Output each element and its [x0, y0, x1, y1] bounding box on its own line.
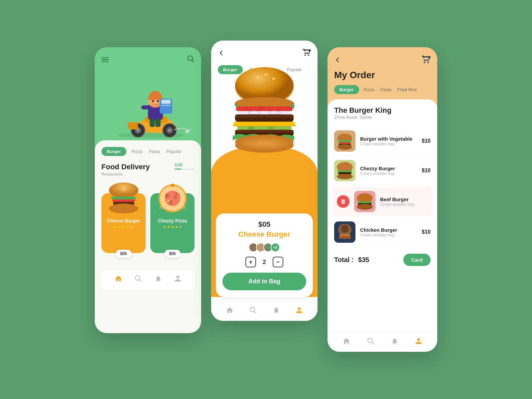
quantity-plus-button[interactable]: +: [245, 257, 256, 267]
cart-button[interactable]: [303, 49, 311, 59]
svg-rect-80: [337, 171, 352, 172]
item-name: Cheese Burger: [222, 230, 306, 239]
search-button[interactable]: [187, 55, 195, 64]
svg-point-65: [268, 127, 274, 129]
s2-nav-search-icon[interactable]: [249, 307, 257, 316]
s1-hero-area: [95, 47, 201, 140]
food-card-stars-pizza: ★★★★★: [150, 225, 195, 229]
food-card-burger[interactable]: Cheese Burger ★★★★★ $05: [101, 193, 146, 253]
s3-order-content: The Burger King Zinda Bazar, Sylhet Burg…: [328, 99, 437, 332]
s2-nav-home-icon[interactable]: [226, 306, 234, 316]
s2-bottom-nav: [211, 302, 318, 321]
tab-pizza[interactable]: Pizza: [130, 147, 144, 156]
restaurant-name: The Burger King: [334, 106, 431, 115]
tab-pasta[interactable]: Pasta: [147, 147, 161, 156]
category-tabs: Burger Pizza Pasta Popular: [101, 147, 195, 156]
order-item-2-price: $10: [422, 168, 431, 174]
tab-burger[interactable]: Burger: [101, 147, 126, 156]
s3-bottom-nav: [328, 332, 437, 352]
order-item-4-name: Chicken Burger: [360, 227, 417, 233]
s1-nav-bar: [101, 55, 195, 64]
svg-rect-12: [128, 122, 138, 129]
order-item-4-info: Chicken Burger Crown wooden tray: [360, 227, 417, 237]
svg-point-57: [277, 107, 281, 111]
nav-search-icon[interactable]: [135, 275, 142, 284]
pizza-image: [153, 182, 193, 215]
order-item-2-info: Chezzy Burger Crown wooden tray: [360, 166, 417, 176]
s2-nav-bell-icon[interactable]: [273, 307, 280, 316]
order-item-2-image: [334, 160, 355, 181]
s3-back-button[interactable]: [334, 57, 341, 65]
order-item-3-name: Beef Burger: [380, 197, 428, 202]
s3-nav-bell-icon[interactable]: [391, 337, 398, 347]
back-button[interactable]: [218, 50, 224, 58]
section-header: Food Delivery Restaurants 1/10: [101, 163, 195, 177]
svg-rect-74: [338, 140, 351, 142]
s3-tab-burger[interactable]: Burger: [334, 85, 359, 94]
s3-tab-pasta[interactable]: Pasta: [379, 85, 392, 94]
s2-nav-bar: [218, 49, 311, 59]
s2-nav-person-icon[interactable]: [296, 307, 303, 316]
order-item-3-sub: Crown wooden tray: [380, 202, 428, 207]
s3-cart-button[interactable]: [422, 55, 431, 66]
svg-point-91: [341, 225, 349, 233]
menu-button[interactable]: [101, 57, 109, 63]
screen3-phone: My Order Burger Pizza Pasta Fried Rice T…: [328, 47, 437, 352]
food-card-pizza[interactable]: Chezzy Pizza ★★★★★ $05: [150, 193, 195, 253]
screen1-phone: Burger Pizza Pasta Popular Food Delivery…: [95, 47, 201, 333]
order-item-3-image: [354, 191, 375, 212]
svg-rect-26: [161, 105, 171, 106]
nav-bell-icon[interactable]: [155, 275, 162, 284]
svg-point-8: [137, 129, 139, 132]
order-item-1-price: $10: [422, 138, 431, 144]
svg-point-45: [171, 184, 174, 187]
svg-line-95: [372, 342, 374, 344]
card-payment-button[interactable]: Card: [403, 254, 431, 266]
svg-point-21: [157, 100, 159, 102]
section-info: Food Delivery Restaurants: [101, 163, 150, 177]
svg-rect-18: [155, 119, 161, 127]
s3-category-tabs: Burger Pizza Pasta Fried Rice: [334, 85, 431, 94]
add-to-bag-button[interactable]: Add to Bag: [222, 273, 306, 290]
pagination-text: 1/10: [175, 163, 195, 167]
s3-tab-pizza[interactable]: Pizza: [362, 85, 376, 94]
quantity-minus-button[interactable]: −: [273, 257, 283, 267]
nav-person-icon[interactable]: [174, 275, 182, 284]
svg-point-35: [109, 203, 138, 213]
svg-rect-22: [141, 105, 150, 109]
page-title: My Order: [334, 70, 431, 80]
order-item-3-info: Beef Burger Crown wooden tray: [380, 197, 428, 207]
quantity-control: + 2 −: [222, 257, 306, 267]
food-card-name-burger: Cheese Burger: [101, 218, 146, 223]
svg-point-28: [188, 129, 191, 131]
order-item-2: Chezzy Burger Crown wooden tray $10: [334, 156, 431, 186]
svg-rect-86: [357, 201, 372, 203]
section-subtitle: Restaurants: [101, 172, 150, 177]
svg-line-1: [192, 60, 194, 62]
svg-line-71: [254, 311, 256, 313]
item-price: $05: [222, 220, 306, 229]
order-item-4-price: $10: [422, 229, 431, 235]
svg-point-88: [357, 204, 373, 210]
svg-point-11: [168, 129, 171, 132]
svg-rect-75: [339, 142, 351, 144]
s3-nav-home-icon[interactable]: [342, 337, 350, 347]
quantity-value: 2: [263, 259, 266, 266]
delete-item-button[interactable]: [337, 195, 349, 208]
burger-image: [104, 182, 144, 215]
svg-rect-31: [111, 197, 136, 199]
svg-rect-58: [238, 111, 291, 114]
order-item-1-name: Burger with Vegetable: [360, 136, 417, 142]
order-item-1: Burger with Vegetable Crown wooden tray …: [334, 126, 431, 156]
s3-nav-person-icon[interactable]: [415, 337, 422, 347]
s3-tab-fried-rice[interactable]: Fried Rice: [396, 85, 418, 94]
svg-point-64: [248, 127, 254, 129]
order-item-4-image: [334, 221, 355, 243]
section-title: Food Delivery: [101, 163, 150, 171]
avatar-more: +3: [271, 243, 280, 252]
s2-hero-area: Burger Pizza Pasta Popular: [211, 41, 318, 213]
order-item-2-sub: Crown wooden tray: [360, 171, 417, 176]
nav-home-icon[interactable]: [114, 275, 122, 285]
s3-nav-search-icon[interactable]: [367, 337, 374, 347]
tab-popular[interactable]: Popular: [165, 147, 183, 156]
